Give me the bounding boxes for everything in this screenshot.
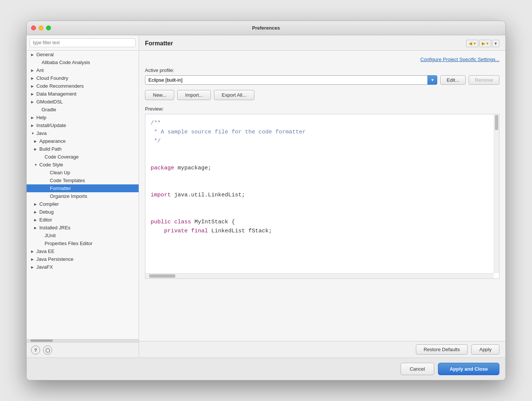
code-line-6: package mypackage; — [151, 164, 494, 173]
sidebar-item-label: Install/Update — [36, 123, 136, 128]
arrow-down-icon: ▼ — [34, 163, 39, 167]
sidebar-item-debug[interactable]: ▶ Debug — [27, 208, 139, 216]
select-dropdown-button[interactable]: ▼ — [427, 75, 437, 85]
arrow-icon: ▶ — [34, 226, 39, 230]
maximize-button[interactable] — [46, 25, 51, 30]
sidebar-horizontal-scrollbar[interactable] — [27, 339, 139, 342]
sidebar-item-cloud-foundry[interactable]: ▶ Cloud Foundry — [27, 74, 139, 82]
sidebar-item-general[interactable]: ▶ General — [27, 51, 139, 58]
sidebar-item-label: Java — [36, 130, 136, 136]
sidebar-item-java[interactable]: ▼ Java — [27, 129, 139, 137]
sidebar-item-label: Code Coverage — [45, 154, 136, 160]
arrow-icon: ▶ — [31, 100, 36, 104]
sidebar-item-label: Editor — [39, 217, 136, 223]
sidebar-item-formatter[interactable]: Formatter — [27, 184, 139, 192]
info-icon[interactable]: ◯ — [43, 346, 52, 355]
sidebar-item-properties-files-editor[interactable]: Properties Files Editor — [27, 239, 139, 247]
profile-row: Eclipse [built-in] ▼ Edit... Remove — [145, 75, 499, 85]
sidebar-item-ant[interactable]: ▶ Ant — [27, 66, 139, 74]
sidebar-item-label: Organize Imports — [50, 193, 136, 199]
cancel-button[interactable]: Cancel — [400, 363, 434, 375]
sidebar-item-label: Help — [36, 115, 136, 120]
sidebar-item-javafx[interactable]: ▶ JavaFX — [27, 263, 139, 271]
arrow-icon: ▶ — [31, 92, 36, 96]
sidebar-item-code-coverage[interactable]: Code Coverage — [27, 153, 139, 161]
active-profile-label: Active profile: — [145, 67, 499, 73]
sidebar-item-gradle[interactable]: Gradle — [27, 106, 139, 114]
bottom-icons-bar: ? ◯ — [27, 342, 139, 358]
preferences-window: Preferences ▶ General Alibaba Code Analy… — [26, 21, 506, 380]
code-text: LinkedList fStack; — [211, 228, 272, 234]
tree-container: ▶ General Alibaba Code Analysis ▶ Ant ▶ … — [27, 51, 139, 339]
help-icon[interactable]: ? — [31, 346, 40, 355]
panel-title: Formatter — [145, 40, 173, 47]
arrow-icon: ▶ — [31, 124, 36, 127]
arrow-icon: ▶ — [31, 257, 36, 261]
back-button[interactable]: ◀ ▾ — [466, 40, 478, 47]
profile-select-wrapper: Eclipse [built-in] ▼ — [145, 75, 437, 85]
arrow-icon: ▶ — [31, 69, 36, 72]
menu-button[interactable]: ▾ — [492, 40, 499, 47]
preview-horizontal-scrollbar[interactable] — [145, 273, 494, 278]
code-keyword: private final — [164, 228, 211, 234]
arrow-icon: ▶ — [31, 76, 36, 80]
close-button[interactable] — [31, 25, 36, 30]
active-profile-section: Active profile: Eclipse [built-in] ▼ Edi… — [145, 67, 499, 85]
export-all-button[interactable]: Export All... — [214, 90, 254, 100]
arrow-icon: ▶ — [34, 218, 39, 222]
sidebar-item-data-management[interactable]: ▶ Data Management — [27, 90, 139, 98]
sidebar-item-label: Debug — [39, 209, 136, 215]
import-button[interactable]: Import... — [177, 90, 211, 100]
preview-vertical-scrollbar[interactable] — [494, 114, 499, 273]
arrow-down-icon: ▼ — [31, 132, 36, 135]
preview-label: Preview: — [145, 106, 499, 112]
new-button[interactable]: New... — [145, 90, 174, 100]
sidebar-item-junit[interactable]: JUnit — [27, 232, 139, 239]
configure-project-link[interactable]: Configure Project Specific Settings... — [145, 57, 499, 62]
code-text: java.util.LinkedList; — [174, 192, 245, 198]
arrow-icon: ▶ — [34, 147, 39, 151]
main-content: ▶ General Alibaba Code Analysis ▶ Ant ▶ … — [27, 35, 505, 358]
sidebar-item-appearance[interactable]: ▶ Appearance — [27, 137, 139, 145]
code-line-7 — [151, 173, 494, 182]
sidebar-item-install-update[interactable]: ▶ Install/Update — [27, 121, 139, 129]
preview-scrollbar-v-thumb — [495, 115, 498, 130]
apply-button[interactable]: Apply — [471, 344, 499, 355]
sidebar-item-label: Installed JREs — [39, 225, 136, 230]
sidebar-item-label: Appearance — [39, 138, 136, 144]
sidebar-item-label: Alibaba Code Analysis — [42, 60, 136, 65]
sidebar-item-java-ee[interactable]: ▶ Java EE — [27, 247, 139, 255]
sidebar-item-code-templates[interactable]: Code Templates — [27, 177, 139, 184]
sidebar-item-gmodeldsl[interactable]: ▶ GModelDSL — [27, 98, 139, 106]
right-panel: Formatter ◀ ▾ ▶ ▾ ▾ Configure Project Sp… — [139, 35, 505, 358]
sidebar-item-editor[interactable]: ▶ Editor — [27, 216, 139, 224]
sidebar-item-help[interactable]: ▶ Help — [27, 114, 139, 121]
code-line-11 — [151, 209, 494, 218]
sidebar-item-label: Code Recommenders — [36, 83, 136, 89]
sidebar-item-build-path[interactable]: ▶ Build Path — [27, 145, 139, 153]
sidebar-item-code-style[interactable]: ▼ Code Style — [27, 161, 139, 169]
sidebar-item-label: Compiler — [39, 201, 136, 207]
forward-button[interactable]: ▶ ▾ — [479, 40, 491, 47]
minimize-button[interactable] — [39, 25, 43, 30]
code-line-2: * A sample source file for the code form… — [151, 128, 494, 137]
sidebar-item-label: Ant — [36, 67, 136, 73]
filter-input[interactable] — [30, 38, 136, 47]
remove-button[interactable]: Remove — [469, 75, 499, 85]
sidebar-item-compiler[interactable]: ▶ Compiler — [27, 200, 139, 208]
sidebar-item-java-persistence[interactable]: ▶ Java Persistence — [27, 255, 139, 263]
sidebar-item-label: General — [36, 52, 136, 57]
sidebar-item-organize-imports[interactable]: Organize Imports — [27, 192, 139, 200]
sidebar-item-alibaba[interactable]: Alibaba Code Analysis — [27, 58, 139, 66]
profile-select[interactable]: Eclipse [built-in] — [145, 75, 437, 85]
sidebar-item-installed-jres[interactable]: ▶ Installed JREs — [27, 224, 139, 232]
restore-defaults-button[interactable]: Restore Defaults — [416, 344, 468, 355]
apply-and-close-button[interactable]: Apply and Close — [438, 363, 499, 375]
sidebar-item-clean-up[interactable]: Clean Up — [27, 169, 139, 177]
preview-scrollbar-h-thumb — [149, 274, 175, 278]
edit-button[interactable]: Edit... — [440, 75, 465, 85]
code-line-1: /** — [151, 119, 494, 128]
code-line-9: import java.util.LinkedList; — [151, 191, 494, 200]
sidebar-item-label: JUnit — [45, 233, 136, 238]
sidebar-item-code-recommenders[interactable]: ▶ Code Recommenders — [27, 82, 139, 90]
